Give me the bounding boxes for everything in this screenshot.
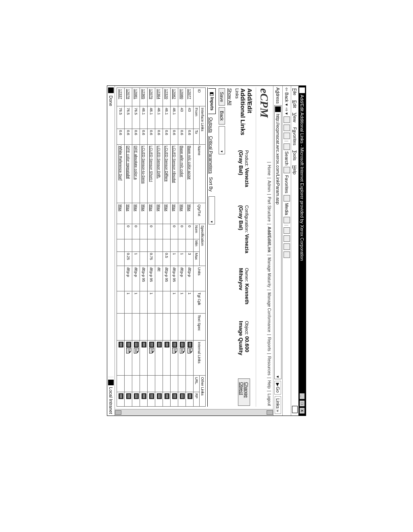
stop-icon[interactable] <box>284 116 290 123</box>
tab-outputs[interactable]: Outputs <box>209 117 213 133</box>
change-object-button[interactable]: Change Object <box>238 378 250 406</box>
rp-icon[interactable] <box>180 393 185 399</box>
menu-help[interactable]: Help <box>292 165 297 175</box>
cell-qty[interactable]: Max <box>148 203 155 224</box>
rp-icon[interactable] <box>188 393 192 399</box>
cell-id[interactable]: 12364 <box>155 87 163 106</box>
nav-manage-conformance[interactable]: Manage Conformance <box>267 292 271 332</box>
mail-icon[interactable] <box>284 227 290 234</box>
cell-id[interactable]: 12078 <box>125 87 132 106</box>
go-button[interactable]: ▶ Go <box>275 380 282 395</box>
menu-tools[interactable]: Tools <box>292 150 297 160</box>
rp-icon[interactable] <box>149 393 154 399</box>
print-icon[interactable] <box>284 235 290 242</box>
cell-qty[interactable]: Max <box>186 203 194 224</box>
cell-id[interactable]: 12337 <box>117 87 125 106</box>
nav-home[interactable]: Home <box>267 164 271 175</box>
cell-qty[interactable]: Max <box>155 203 163 224</box>
cell-name[interactable]: DFE color repeatabil <box>125 144 132 203</box>
nav-reports[interactable]: Reports <box>267 337 271 351</box>
cell-id[interactable]: 12080 <box>178 87 186 106</box>
cell-name[interactable]: Base m/c color accur <box>186 144 194 203</box>
cell-name[interactable]: DFE absolute color a <box>132 144 140 203</box>
internal-link-icon[interactable] <box>157 342 162 347</box>
cell-name[interactable]: LCLED Sensor Absolut <box>171 144 178 203</box>
cell-id[interactable]: 12082 <box>171 87 178 106</box>
menu-view[interactable]: View <box>292 112 297 122</box>
rp-icon[interactable] <box>134 393 139 399</box>
nav-logout[interactable]: Logout <box>267 393 271 406</box>
home-icon[interactable] <box>284 132 290 139</box>
back-button-page[interactable]: Back <box>219 107 225 124</box>
tab-inputs[interactable]: ◧ Inputs <box>208 88 216 114</box>
media-button[interactable]: Media <box>284 203 289 215</box>
cell-qty[interactable]: Max <box>178 203 186 224</box>
internal-link-icon[interactable] <box>165 342 169 347</box>
internal-link-icon[interactable] <box>142 342 146 347</box>
vertical-scrollbar[interactable] <box>115 409 273 416</box>
rp-icon[interactable] <box>142 393 146 399</box>
rp-icon[interactable] <box>172 393 177 399</box>
rp-icon[interactable] <box>157 393 162 399</box>
maximize-button[interactable]: □ <box>299 400 305 407</box>
filter-dropdown[interactable] <box>219 126 225 154</box>
cell-name[interactable]: LCLED Sensor Differe <box>163 144 171 203</box>
links-button[interactable]: Links » <box>275 396 281 414</box>
cell-id[interactable]: 12079 <box>148 87 155 106</box>
nav-help[interactable]: Help <box>267 380 271 389</box>
save-button[interactable]: Save <box>219 88 225 106</box>
internal-link-icon[interactable] <box>180 348 185 353</box>
minimize-button[interactable]: _ <box>299 393 305 399</box>
history-icon[interactable] <box>284 216 290 223</box>
internal-link-icon[interactable] <box>180 342 185 347</box>
cell-name[interactable]: LCLED Sensor Short-t <box>148 144 155 203</box>
show-all-link[interactable]: Show All <box>226 87 232 407</box>
internal-link-icon[interactable] <box>172 342 177 347</box>
internal-link-icon[interactable] <box>119 342 123 347</box>
menu-file[interactable]: File <box>292 88 297 96</box>
refresh-icon[interactable] <box>284 124 290 131</box>
cell-name[interactable]: White Reference Surf <box>117 144 125 203</box>
cell-name[interactable]: LCLED Sensor Drift. <box>155 144 163 203</box>
cell-qty[interactable]: Max <box>132 203 140 224</box>
internal-link-icon[interactable] <box>149 342 154 347</box>
rp-icon[interactable] <box>126 393 131 399</box>
cell-id[interactable]: 12365 <box>140 87 148 106</box>
tab-critical[interactable]: Critical Parameters <box>209 136 213 174</box>
internal-link-icon[interactable] <box>188 342 192 347</box>
nav-admin[interactable]: Admin <box>267 180 271 191</box>
favorites-icon[interactable] <box>284 167 290 173</box>
close-button[interactable]: X <box>299 407 305 414</box>
internal-link-icon[interactable] <box>149 348 154 353</box>
nav-manage-maturity[interactable]: Manage Maturity <box>267 257 271 287</box>
media-icon[interactable] <box>284 195 290 201</box>
address-input[interactable]: http://ecpmscat.wrc.xerox.com/LinkParam.… <box>274 105 282 379</box>
internal-link-icon[interactable] <box>172 348 177 353</box>
search-icon[interactable] <box>284 143 290 150</box>
menu-favorites[interactable]: Favorites <box>292 127 297 145</box>
internal-link-icon[interactable] <box>126 348 131 353</box>
internal-link-icon[interactable] <box>188 348 192 353</box>
cell-qty[interactable]: Max <box>117 203 125 224</box>
rp-icon[interactable] <box>119 393 123 399</box>
forward-button[interactable]: ⇨ ▾ <box>284 107 290 114</box>
back-button[interactable]: ⇦ Back ▾ <box>284 87 290 106</box>
internal-link-icon[interactable] <box>126 342 131 347</box>
search-button[interactable]: Search <box>284 151 289 165</box>
cell-qty[interactable]: Max <box>125 203 132 224</box>
discuss-icon[interactable] <box>284 251 290 258</box>
nav-part-structure[interactable]: Part Structure <box>267 197 271 222</box>
internal-link-icon[interactable] <box>134 348 139 353</box>
sort-by-dropdown[interactable] <box>209 196 215 224</box>
rp-icon[interactable] <box>165 393 169 399</box>
internal-link-icon[interactable] <box>134 342 139 347</box>
cell-name[interactable]: LCLED Sensor-to-Sens <box>140 144 148 203</box>
cell-id[interactable]: 12081 <box>132 87 140 106</box>
cell-id[interactable]: 12077 <box>186 87 194 106</box>
cell-qty[interactable]: Max <box>171 203 178 224</box>
edit-icon[interactable] <box>284 243 290 250</box>
menu-edit[interactable]: Edit <box>292 100 297 108</box>
favorites-button[interactable]: Favorites <box>284 175 289 193</box>
nav-resources[interactable]: Resources <box>267 356 271 375</box>
cell-qty[interactable]: Max <box>140 203 148 224</box>
